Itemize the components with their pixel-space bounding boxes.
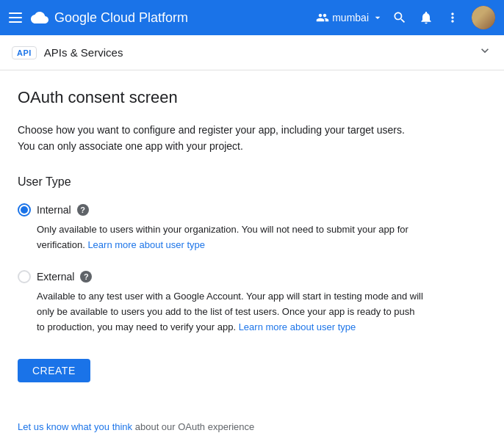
avatar-image: [472, 6, 495, 29]
internal-option: Internal ? Only available to users withi…: [18, 200, 423, 265]
secondary-header-title: APIs & Services: [44, 46, 123, 59]
topbar: Google Cloud Platform mumbai: [0, 0, 504, 35]
external-option: External ? Available to any test user wi…: [18, 267, 423, 346]
feedback-link[interactable]: Let us know what you think: [18, 421, 132, 432]
external-learn-more-link[interactable]: Learn more about user type: [239, 321, 356, 332]
external-radio-label[interactable]: External ?: [18, 267, 423, 286]
main-content: OAuth consent screen Choose how you want…: [0, 70, 441, 400]
topbar-actions: [392, 6, 495, 29]
secondary-header: API APIs & Services: [0, 35, 504, 70]
internal-help-icon[interactable]: ?: [77, 204, 89, 216]
more-options-icon[interactable]: [445, 10, 460, 25]
user-type-radio-group: Internal ? Only available to users withi…: [18, 200, 423, 350]
project-dropdown-icon: [372, 12, 384, 23]
internal-radio-label[interactable]: Internal ?: [18, 200, 423, 219]
project-icon: [316, 11, 329, 24]
internal-radio-circle[interactable]: [18, 203, 31, 216]
expand-icon[interactable]: [478, 43, 492, 62]
footer-note: Let us know what you think about our OAu…: [18, 421, 254, 432]
notifications-icon[interactable]: [419, 10, 433, 25]
cloud-logo-icon: [31, 9, 48, 26]
project-selector[interactable]: mumbai: [316, 11, 384, 24]
internal-description: Only available to users within your orga…: [37, 222, 423, 253]
page-title: OAuth consent screen: [18, 88, 423, 107]
external-description: Available to any test user with a Google…: [37, 289, 423, 335]
internal-learn-more-link[interactable]: Learn more about user type: [87, 239, 205, 250]
create-button[interactable]: CREATE: [18, 359, 90, 382]
project-name: mumbai: [332, 12, 369, 23]
user-avatar[interactable]: [472, 6, 495, 29]
api-badge: API: [12, 46, 37, 59]
user-type-section-title: User Type: [18, 175, 423, 189]
external-label: External: [37, 271, 74, 283]
external-help-icon[interactable]: ?: [80, 271, 92, 283]
description-text: Choose how you want to configure and reg…: [18, 122, 423, 155]
app-logo: Google Cloud Platform: [31, 9, 307, 26]
external-radio-circle[interactable]: [18, 270, 31, 283]
internal-label: Internal: [37, 204, 71, 216]
app-title: Google Cloud Platform: [54, 10, 188, 26]
footer-suffix: about our OAuth experience: [132, 421, 254, 432]
secondary-header-left: API APIs & Services: [12, 46, 123, 59]
search-icon[interactable]: [392, 10, 407, 25]
menu-icon[interactable]: [9, 12, 22, 23]
